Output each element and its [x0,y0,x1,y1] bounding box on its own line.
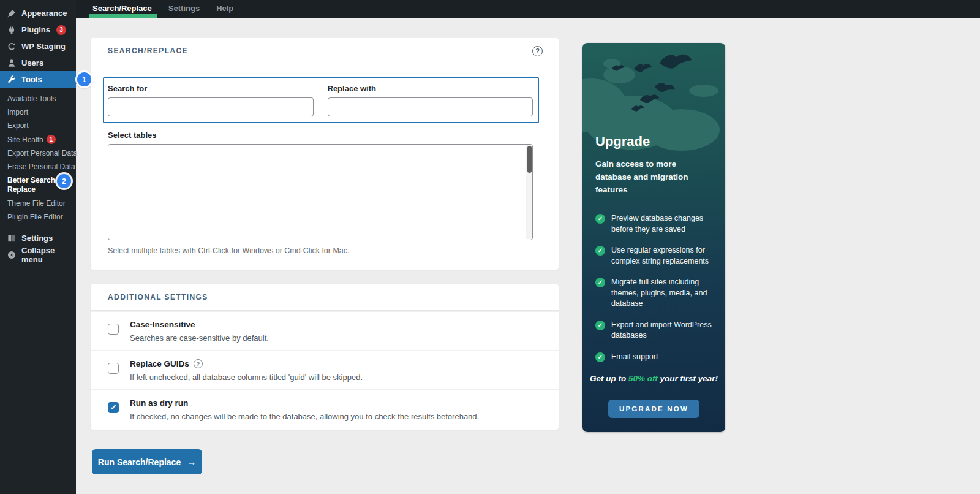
tab[interactable]: Search/Replace [91,0,154,18]
help-icon[interactable]: ? [532,46,543,56]
sidebar-menu-item[interactable]: Users [0,55,76,71]
feature-item: ✓ Email support [595,352,713,363]
wp-staging-icon [7,42,17,51]
select-tables-label: Select tables [108,131,157,140]
feature-list: ✓ Preview database changes before they a… [595,213,713,362]
count-badge: 3 [56,25,66,35]
tables-hint: Select multiple tables with Ctrl-Click f… [108,246,350,255]
admin-sidebar: Appearance Plugins 3 WP Staging Users To… [0,0,76,494]
tab[interactable]: Help [214,0,235,18]
search-for-label: Search for [108,84,314,93]
sidebar-submenu-item[interactable]: Site Health 1 [0,132,76,146]
appearance-icon [7,9,17,18]
sidebar-submenu-item[interactable]: Plugin File Editor [0,210,76,224]
run-search-replace-button[interactable]: Run Search/Replace → [92,449,202,474]
sidebar-menu-item[interactable]: Tools [0,71,76,88]
checkbox[interactable] [108,363,119,374]
card-title: ADDITIONAL SETTINGS [108,293,208,302]
search-replace-fields-box: Search for Replace with [103,77,539,123]
sidebar-submenu-item[interactable]: Available Tools [0,92,76,105]
tab[interactable]: Settings [167,0,202,18]
checkbox[interactable] [108,402,119,413]
search-for-field: Search for [108,84,314,122]
sidebar-footer-item[interactable]: Settings [0,230,76,246]
checkbox[interactable] [108,324,119,335]
annotation-step-2: 2 [57,174,71,188]
feature-item: ✓ Use regular expressions for complex st… [595,245,713,267]
plugin-tab-bar: Search/ReplaceSettingsHelp [76,0,980,18]
setting-row: Case-Insensitive Searches are case-sensi… [91,311,559,350]
feature-item: ✓ Export and import WordPress databases [595,320,713,341]
search-for-input[interactable] [108,97,314,116]
tools-submenu: Available Tools Import Export Site Healt… [0,88,76,224]
check-icon: ✓ [595,352,605,362]
count-badge: 1 [47,135,56,144]
users-icon [7,58,17,68]
admin-menu: Appearance Plugins 3 WP Staging Users To… [0,0,76,88]
annotation-step-1: 1 [77,72,91,86]
tables-multiselect[interactable] [108,144,533,240]
upgrade-subtitle: Gain access to more database and migrati… [595,158,713,196]
discount-promo: Get up to 50% off your first year! [582,374,725,383]
check-icon: ✓ [595,246,605,256]
card-header: ADDITIONAL SETTINGS [91,284,559,311]
sidebar-footer: Settings Collapse menu [0,230,76,263]
sidebar-menu-item[interactable]: Plugins 3 [0,21,76,38]
check-icon: ✓ [595,321,605,330]
replace-with-input[interactable] [328,97,533,116]
search-replace-card: SEARCH/REPLACE ? Search for Replace with… [91,38,559,270]
additional-settings-card: ADDITIONAL SETTINGS Case-Insensitive Sea… [91,284,559,430]
sidebar-submenu-item[interactable]: Export [0,119,76,132]
sidebar-submenu-item[interactable]: Theme File Editor [0,197,76,210]
feature-item: ✓ Migrate full sites including themes, p… [595,277,713,310]
upgrade-now-button[interactable]: UPGRADE NOW [608,400,699,418]
sidebar-submenu-item[interactable]: Erase Personal Data [0,160,76,173]
scrollbar-thumb[interactable] [527,146,532,173]
setting-row: Replace GUIDs ? If left unchecked, all d… [91,350,559,389]
check-icon: ✓ [595,214,605,224]
replace-with-field: Replace with [328,84,533,122]
sidebar-menu-item[interactable]: Appearance [0,5,76,21]
help-icon[interactable]: ? [194,359,203,368]
replace-with-label: Replace with [328,84,533,93]
sidebar-menu-item[interactable]: WP Staging [0,38,76,55]
check-icon: ✓ [595,278,605,287]
collapse-icon [7,250,17,260]
setting-description: Searches are case-sensitive by default. [130,333,269,343]
sidebar-footer-item[interactable]: Collapse menu [0,246,76,263]
setting-description: If left unchecked, all database columns … [130,373,363,382]
discount-highlight: 50% off [628,374,658,383]
plugins-icon [7,25,17,35]
setting-row: Run as dry run If checked, no changes wi… [91,389,559,428]
setting-description: If checked, no changes will be made to t… [130,412,479,421]
tools-icon [7,75,17,85]
upgrade-title: Upgrade [595,134,713,150]
upgrade-panel: Upgrade Gain access to more database and… [582,43,725,432]
settings-icon [7,234,17,243]
card-header: SEARCH/REPLACE ? [91,38,559,64]
sidebar-submenu-item[interactable]: Export Personal Data [0,146,76,160]
card-title: SEARCH/REPLACE [108,47,188,55]
feature-item: ✓ Preview database changes before they a… [595,213,713,235]
sidebar-submenu-item[interactable]: Import [0,105,76,119]
arrow-right-icon: → [187,457,196,467]
